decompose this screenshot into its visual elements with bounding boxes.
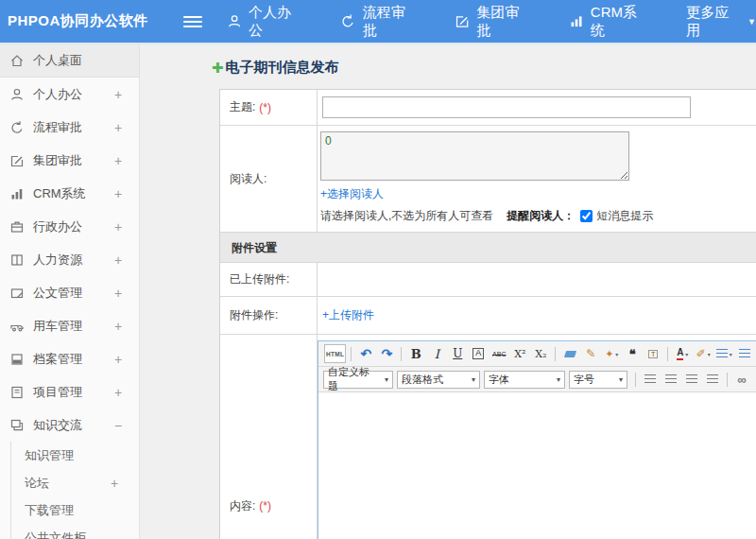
redo-button[interactable]: ↷ ▾ <box>377 344 396 363</box>
source-button[interactable]: HTML ▾ <box>324 344 346 363</box>
caret-down-icon: ▾ <box>730 351 732 357</box>
attachment-operation-row: 附件操作: +上传附件 <box>220 297 756 335</box>
caret-down-icon: ▾ <box>708 351 711 357</box>
expand-toggle[interactable]: + <box>112 120 124 135</box>
nav-item-label: 个人办公 <box>249 4 302 40</box>
italic-button[interactable]: I ▾ <box>427 344 446 363</box>
expand-toggle[interactable]: + <box>112 319 124 334</box>
undo-button[interactable]: ↶ ▾ <box>356 344 375 363</box>
sidebar-subitem-label: 知识管理 <box>25 447 74 464</box>
align-right-button[interactable]: ▾ <box>682 370 701 389</box>
sidebar-subitem[interactable]: 公共文件柜 <box>11 524 139 539</box>
underline-button[interactable]: U ▾ <box>448 344 467 363</box>
eraser-button[interactable]: ▾ <box>560 344 579 363</box>
expand-toggle[interactable]: − <box>112 418 124 433</box>
sidebar-item[interactable]: 流程审批 + <box>0 111 139 144</box>
link-button[interactable]: ∞ ▾ <box>732 370 751 389</box>
editor-select[interactable]: 自定义标题 ▾ <box>323 371 393 389</box>
sidebar-item[interactable]: 用车管理 + <box>0 309 139 342</box>
expand-toggle[interactable]: + <box>112 252 124 268</box>
auto-typeset-button[interactable]: ✦ ▾ <box>602 344 621 363</box>
format-brush-button[interactable]: ✎ ▾ <box>581 344 600 363</box>
expand-toggle[interactable]: + <box>112 385 124 400</box>
justify-button[interactable]: ▾ <box>703 370 722 389</box>
font-color-button[interactable]: A ▾ <box>673 344 692 363</box>
attachment-section-header: 附件设置 <box>220 233 756 263</box>
sidebar-item[interactable]: 知识交流 − <box>0 409 139 442</box>
expand-toggle[interactable]: + <box>112 186 124 201</box>
chart-icon <box>9 186 25 201</box>
project-icon <box>9 385 25 400</box>
highlight-button[interactable]: ✐ ▾ <box>694 344 713 363</box>
expand-toggle[interactable]: + <box>112 153 124 168</box>
readers-label: 阅读人: <box>230 171 266 187</box>
superscript-button[interactable]: X² ▾ <box>510 344 529 363</box>
sidebar-subitem-label: 论坛 <box>25 475 49 492</box>
upload-attachment-link[interactable]: +上传附件 <box>322 307 374 323</box>
sidebar-item[interactable]: CRM系统 + <box>0 177 139 210</box>
editor-select[interactable]: 段落格式 ▾ <box>397 371 480 389</box>
sidebar-subitem[interactable]: 论坛 + <box>11 469 139 496</box>
strikethrough-button[interactable]: ABC ▾ <box>490 344 508 363</box>
nav-item-label: 集团审批 <box>476 4 530 40</box>
page-title: ✚ 电子期刊信息发布 <box>212 59 756 77</box>
sidebar-item[interactable]: 个人桌面 <box>0 44 139 78</box>
sidebar-item[interactable]: 行政办公 + <box>0 210 139 243</box>
refresh-icon <box>340 13 355 29</box>
sidebar-subitem-label: 下载管理 <box>25 502 74 519</box>
refresh-icon <box>9 120 25 135</box>
unordered-list-button[interactable]: ▾ <box>735 344 754 363</box>
sidebar-item[interactable]: 项目管理 + <box>0 375 139 409</box>
expand-toggle[interactable]: + <box>112 286 124 301</box>
nav-item[interactable]: 集团审批 ▼ <box>455 4 531 40</box>
select-readers-link[interactable]: +选择阅读人 <box>320 187 384 200</box>
expand-toggle[interactable]: + <box>112 352 124 367</box>
nav-item[interactable]: 个人办公 ▼ <box>227 4 303 40</box>
sidebar-subitem[interactable]: 下载管理 <box>11 496 139 524</box>
uploaded-list <box>318 263 756 296</box>
subject-row: 主题: (*) <box>220 90 756 126</box>
editor-select[interactable]: 字号 ▾ <box>569 371 627 389</box>
edit-icon <box>455 13 470 29</box>
blockquote-button[interactable]: ❝ ▾ <box>623 344 642 363</box>
readers-textarea[interactable]: 0 <box>320 131 629 181</box>
editor-canvas[interactable] <box>318 392 756 539</box>
expand-toggle[interactable]: + <box>109 476 120 491</box>
editor-select[interactable]: 字体 ▾ <box>484 371 565 389</box>
required-mark: (*) <box>259 101 271 114</box>
sidebar-subitem[interactable]: 知识管理 <box>11 442 139 469</box>
nav-item[interactable]: 流程审批 ▼ <box>340 4 417 40</box>
subject-label: 主题: <box>230 99 255 115</box>
expand-toggle[interactable]: + <box>112 87 124 102</box>
home-icon <box>9 53 25 68</box>
sidebar-item-label: 档案管理 <box>33 351 82 368</box>
font-border-button[interactable]: A ▾ <box>469 344 488 363</box>
expand-toggle[interactable]: + <box>112 219 124 235</box>
subject-input[interactable] <box>322 96 691 118</box>
sidebar-item[interactable]: 个人办公 + <box>0 78 139 111</box>
align-left-button[interactable]: ▾ <box>641 370 660 389</box>
nav-item[interactable]: 更多应用 ▼ <box>686 4 756 40</box>
sidebar-item-label: 行政办公 <box>33 218 82 235</box>
caret-down-icon: ▾ <box>472 375 475 384</box>
readers-hint: 请选择阅读人,不选为所有人可查看 <box>320 208 493 224</box>
align-center-button[interactable]: ▾ <box>662 370 680 389</box>
sidebar-item[interactable]: 档案管理 + <box>0 342 139 375</box>
bold-button[interactable]: B ▾ <box>406 344 425 363</box>
nav-item[interactable]: CRM系统 ▼ <box>569 4 649 40</box>
car-icon <box>9 319 25 334</box>
sidebar-item[interactable]: 公文管理 + <box>0 276 139 309</box>
sidebar-item[interactable]: 人力资源 + <box>0 243 139 276</box>
toolbar-separator: ▾ <box>667 347 668 361</box>
sidebar-item[interactable]: 集团审批 + <box>0 144 139 177</box>
subscript-button[interactable]: X₂ ▾ <box>531 344 550 363</box>
chart-icon <box>569 13 584 29</box>
menu-toggle-icon[interactable] <box>183 16 201 27</box>
template-button[interactable]: T ▾ <box>644 344 662 363</box>
editor-toolbar-row2: 自定义标题 ▾ 段落格式 ▾ 字体 <box>318 367 756 392</box>
attachment-op-label: 附件操作: <box>230 307 278 323</box>
sms-checkbox[interactable] <box>580 210 593 222</box>
ordered-list-button[interactable]: ▾ <box>714 344 733 363</box>
rich-text-editor: HTML ▾ ▾ ↶ <box>318 340 756 539</box>
top-bar: PHPOA协同办公软件 个人办公 ▼ 流程审批 ▼ 集团审批 ▼ <box>0 0 756 43</box>
